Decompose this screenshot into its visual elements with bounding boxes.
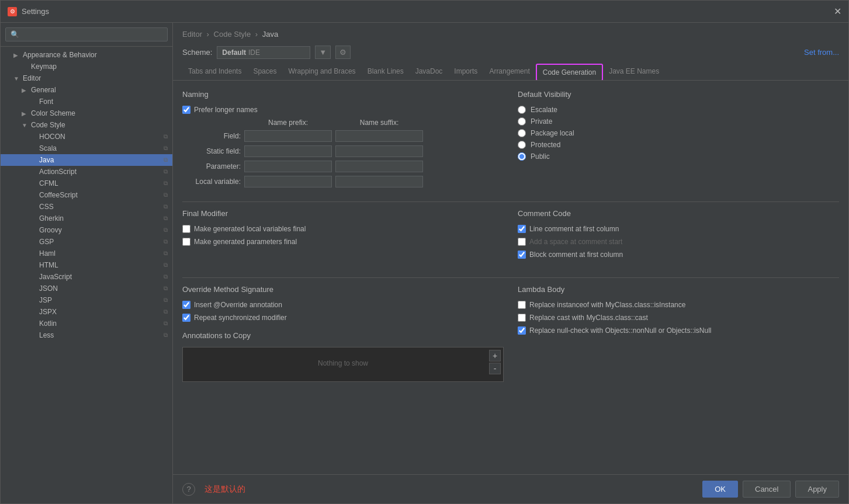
top-section: Naming Prefer longer names Name prefix: … [182,90,839,187]
tab-blank-lines[interactable]: Blank Lines [362,64,410,80]
sidebar-item-jsp[interactable]: JSP⧉ [1,294,172,306]
tab-arrangement[interactable]: Arrangement [483,64,535,80]
sidebar-item-color-scheme[interactable]: ▶Color Scheme [1,107,172,119]
help-button[interactable]: ? [182,483,195,496]
public-radio[interactable] [518,152,526,161]
params-final-row: Make generated parameters final [182,238,504,246]
add-space-checkbox[interactable] [518,238,526,246]
copy-icon: ⧉ [164,308,168,315]
add-space-comment-row: Add a space at comment start [518,238,839,246]
sidebar-item-less[interactable]: Less⧉ [1,329,172,341]
static-field-prefix-input[interactable] [244,145,332,157]
sidebar-item-cfml[interactable]: CFML⧉ [1,178,172,189]
sidebar-item-label: HTML [39,261,161,269]
line-comment-checkbox[interactable] [518,225,526,233]
settings-body: Naming Prefer longer names Name prefix: … [173,81,848,474]
sidebar-item-label: Less [39,331,161,339]
field-suffix-input[interactable] [335,130,423,142]
breadcrumb-sep-1: › [255,30,260,39]
sidebar-item-jspx[interactable]: JSPX⧉ [1,306,172,318]
sidebar-item-keymap[interactable]: Keymap [1,61,172,72]
replace-cast-checkbox[interactable] [518,314,526,322]
local-vars-final-row: Make generated local variables final [182,225,504,233]
sidebar-item-label: Gherkin [39,214,161,223]
sidebar-item-kotlin[interactable]: Kotlin⧉ [1,318,172,329]
sidebar-item-editor[interactable]: ▼Editor [1,72,172,84]
sidebar-item-coffeescript[interactable]: CoffeeScript⧉ [1,189,172,201]
copy-icon: ⧉ [164,285,168,292]
block-comment-checkbox[interactable] [518,251,526,259]
arrow-icon: ▼ [13,75,22,82]
sidebar-item-general[interactable]: ▶General [1,84,172,96]
escalate-radio[interactable] [518,106,526,114]
tab-code-generation[interactable]: Code Generation [536,64,603,81]
visibility-section: Default Visibility Escalate Private [518,90,839,187]
scheme-dropdown-button[interactable]: ▼ [315,46,331,59]
copy-icon: ⧉ [164,273,168,280]
copy-icon: ⧉ [164,157,168,164]
sidebar-item-appearance[interactable]: ▶Appearance & Behavior [1,49,172,61]
sidebar-item-json[interactable]: JSON⧉ [1,283,172,294]
annotations-remove-button[interactable]: - [489,363,501,374]
field-prefix-input[interactable] [244,130,332,142]
sidebar-item-groovy[interactable]: Groovy⧉ [1,224,172,236]
local-var-suffix-input[interactable] [335,176,423,187]
replace-cast-row: Replace cast with MyClass.class::cast [518,314,839,322]
copy-icon: ⧉ [164,297,168,304]
repeat-synchronized-checkbox[interactable] [182,314,190,322]
sidebar-item-code-style[interactable]: ▼Code Style [1,119,172,131]
parameter-prefix-input[interactable] [244,161,332,172]
public-label: Public [531,152,550,161]
copy-icon: ⧉ [164,238,168,245]
sidebar-item-html[interactable]: HTML⧉ [1,259,172,271]
local-var-prefix-input[interactable] [244,176,332,187]
content-area: Editor › Code Style › Java Scheme: Defau… [173,23,848,503]
override-method-title: Override Method Signature [182,285,504,294]
tab-wrapping[interactable]: Wrapping and Braces [282,64,361,80]
annotations-section: Annotations to Copy + - Nothing to show [182,331,504,382]
replace-null-check-checkbox[interactable] [518,326,526,335]
main-area: ▶Appearance & BehaviorKeymap▼Editor▶Gene… [1,23,848,503]
parameter-suffix-input[interactable] [335,161,423,172]
sidebar-item-haml[interactable]: Haml⧉ [1,248,172,259]
sidebar-item-gherkin[interactable]: Gherkin⧉ [1,213,172,224]
sidebar-item-hocon[interactable]: HOCON⧉ [1,131,172,142]
search-input[interactable] [5,27,168,41]
annotations-add-button[interactable]: + [489,350,501,362]
sidebar-item-css[interactable]: CSS⧉ [1,201,172,213]
sidebar-item-actionscript[interactable]: ActionScript⧉ [1,166,172,178]
tab-tabs-indents[interactable]: Tabs and Indents [182,64,247,80]
cancel-button[interactable]: Cancel [743,481,791,498]
static-field-suffix-input[interactable] [335,145,423,157]
sidebar-item-java[interactable]: Java⧉ [1,154,172,166]
insert-override-checkbox[interactable] [182,301,190,309]
package-local-radio[interactable] [518,129,526,137]
close-button[interactable]: ✕ [834,6,841,17]
prefer-longer-names-checkbox[interactable] [182,106,190,114]
sidebar-item-font[interactable]: Font [1,96,172,107]
scheme-gear-button[interactable]: ⚙ [335,46,351,59]
ok-button[interactable]: OK [702,481,738,498]
private-radio[interactable] [518,117,526,126]
tab-imports[interactable]: Imports [448,64,483,80]
replace-instanceof-checkbox[interactable] [518,301,526,309]
sidebar-item-javascript[interactable]: JavaScript⧉ [1,271,172,283]
local-vars-final-checkbox[interactable] [182,225,190,233]
repeat-synchronized-label: Repeat synchronized modifier [194,314,287,322]
tab-spaces[interactable]: Spaces [247,64,282,80]
bottom-bar: ? 这是默认的 OK Cancel Apply [173,474,848,503]
apply-button[interactable]: Apply [795,481,839,498]
escalate-row: Escalate [518,106,839,114]
tab-java-ee-names[interactable]: Java EE Names [603,64,665,80]
params-final-checkbox[interactable] [182,238,190,246]
protected-radio[interactable] [518,141,526,149]
arrow-icon: ▼ [22,122,30,128]
protected-row: Protected [518,141,839,149]
set-from-link[interactable]: Set from... [804,48,839,57]
copy-icon: ⧉ [164,262,168,269]
sidebar-item-gsp[interactable]: GSP⧉ [1,236,172,248]
tab-javadoc[interactable]: JavaDoc [410,64,449,80]
sidebar-search-container [1,23,172,47]
comment-code-section: Comment Code Line comment at first colum… [518,209,839,263]
sidebar-item-scala[interactable]: Scala⧉ [1,142,172,154]
